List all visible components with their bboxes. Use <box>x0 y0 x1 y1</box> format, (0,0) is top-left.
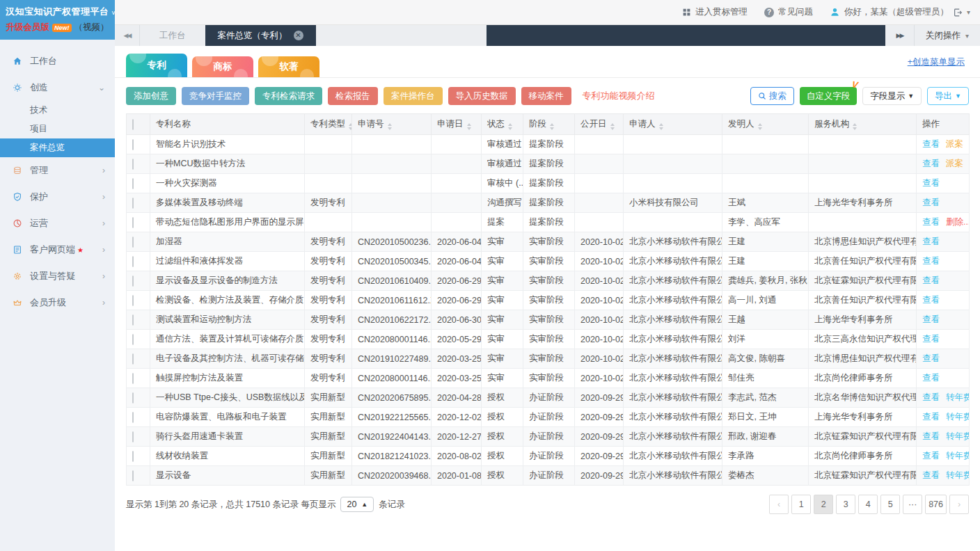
view-link[interactable]: 查看 <box>922 373 940 383</box>
sidebar-item-protect[interactable]: 保护 › <box>0 184 115 210</box>
sort-icon[interactable] <box>610 123 615 130</box>
view-link[interactable]: 查看 <box>922 392 940 402</box>
sidebar-item-workbench[interactable]: 工作台 <box>0 48 115 74</box>
view-link[interactable]: 查看 <box>922 431 940 441</box>
close-tab-icon[interactable]: ✕ <box>294 31 303 40</box>
row-checkbox[interactable] <box>132 431 134 442</box>
action-button[interactable]: 专利检索请求 <box>255 87 322 105</box>
sort-icon[interactable] <box>550 123 554 130</box>
caret-down-icon[interactable]: ▾ <box>967 8 970 16</box>
row-checkbox[interactable] <box>132 334 134 345</box>
fee-link[interactable]: 转年费 <box>946 392 970 402</box>
row-checkbox[interactable] <box>132 139 134 150</box>
page-button[interactable]: 1 <box>791 495 811 514</box>
sort-icon[interactable] <box>758 123 762 130</box>
video-link[interactable]: （视频） <box>74 22 109 33</box>
action-button[interactable]: 检索报告 <box>328 87 378 105</box>
select-all-checkbox[interactable] <box>132 119 134 130</box>
sort-icon[interactable] <box>467 123 471 130</box>
tab-patent[interactable]: 专利 <box>126 54 187 77</box>
view-link[interactable]: 查看 <box>922 237 940 246</box>
row-checkbox[interactable] <box>132 353 134 365</box>
sort-icon[interactable] <box>853 123 857 130</box>
row-checkbox[interactable] <box>132 178 134 189</box>
fee-link[interactable]: 转年费 <box>946 431 970 441</box>
search-button[interactable]: 搜索 <box>750 87 794 105</box>
create-menu-display-link[interactable]: +创造菜单显示 <box>908 56 965 68</box>
view-link[interactable]: 查看 <box>922 178 940 188</box>
column-header[interactable]: 专利类型 <box>305 114 352 135</box>
view-link[interactable]: 查看 <box>922 256 940 266</box>
page-button[interactable]: 876 <box>925 495 947 514</box>
action-button[interactable]: 案件操作台 <box>384 87 443 105</box>
view-link[interactable]: 查看 <box>922 159 940 168</box>
upgrade-member-link[interactable]: 升级会员版 <box>6 22 49 33</box>
prev-page-button[interactable]: ‹ <box>769 495 789 514</box>
custom-fields-button[interactable]: 自定义字段 V <box>800 87 858 105</box>
view-link[interactable]: 查看 <box>922 353 940 363</box>
next-page-button[interactable]: › <box>949 495 969 514</box>
view-link[interactable]: 查看 <box>922 198 940 207</box>
sort-icon[interactable] <box>508 123 512 130</box>
column-header[interactable]: 服务机构 <box>809 114 917 135</box>
view-link[interactable]: 查看 <box>922 470 940 480</box>
close-operations-dropdown[interactable]: 关闭操作 ▾ <box>915 25 980 46</box>
tab-workbench[interactable]: 工作台 <box>140 25 205 46</box>
row-checkbox[interactable] <box>132 159 134 170</box>
user-menu[interactable]: 你好，某某（超级管理员） ▾ <box>830 6 970 18</box>
row-checkbox[interactable] <box>132 295 134 306</box>
view-link[interactable]: 查看 <box>922 314 940 324</box>
row-checkbox[interactable] <box>132 451 134 462</box>
view-link[interactable]: 查看 <box>922 276 940 285</box>
sidebar-item-settings[interactable]: 设置与答疑 › <box>0 263 115 289</box>
action-button[interactable]: 移动案件 <box>521 87 571 105</box>
sidebar-item-manage[interactable]: 管理 › <box>0 157 115 184</box>
sidebar-item-client-web[interactable]: 客户网页端 ★ › <box>0 237 115 263</box>
page-ellipsis[interactable]: ··· <box>903 495 922 514</box>
column-header[interactable]: 阶段 <box>523 114 575 135</box>
assign-link[interactable]: 派案 <box>946 139 963 149</box>
assign-link[interactable]: 派案 <box>946 159 963 168</box>
sort-icon[interactable] <box>659 123 663 130</box>
row-checkbox[interactable] <box>132 276 134 287</box>
scroll-tabs-right-button[interactable]: ▶▶ <box>885 25 915 46</box>
sidebar-item-operations[interactable]: 运营 › <box>0 210 115 237</box>
tab-software[interactable]: 软著 <box>258 56 319 77</box>
page-button[interactable]: 4 <box>858 495 878 514</box>
fee-link[interactable]: 转年费 <box>946 412 970 422</box>
logout-icon[interactable] <box>953 8 963 17</box>
sidebar-item-create[interactable]: 创造 ⌄ <box>0 74 115 101</box>
row-checkbox[interactable] <box>132 470 134 481</box>
column-header[interactable]: 申请号 <box>352 114 432 135</box>
action-button[interactable]: 导入历史数据 <box>448 87 516 105</box>
tab-case-overview-patent[interactable]: 案件总览（专利） ✕ <box>205 25 316 46</box>
column-header[interactable]: 申请人 <box>624 114 722 135</box>
view-link[interactable]: 查看 <box>922 412 940 422</box>
sidebar-item-member-upgrade[interactable]: 会员升级 › <box>0 289 115 316</box>
action-button[interactable]: 添加创意 <box>126 87 176 105</box>
page-size-select[interactable]: 20 ▲ <box>340 497 374 512</box>
sidebar-item-project[interactable]: 项目 <box>0 120 115 138</box>
field-display-button[interactable]: 字段显示 ▼ <box>862 87 922 105</box>
row-checkbox[interactable] <box>132 314 134 326</box>
fee-link[interactable]: 转年费 <box>946 470 970 480</box>
tab-trademark[interactable]: 商标 <box>192 56 253 77</box>
view-link[interactable]: 查看 <box>922 217 940 227</box>
scroll-tabs-left-button[interactable]: ◀◀ <box>115 25 140 46</box>
sort-icon[interactable] <box>349 123 352 130</box>
row-checkbox[interactable] <box>132 256 134 267</box>
column-header[interactable]: 状态 <box>482 114 523 135</box>
page-button[interactable]: 2 <box>814 495 833 514</box>
row-checkbox[interactable] <box>132 373 134 384</box>
view-link[interactable]: 查看 <box>922 451 940 461</box>
view-link[interactable]: 查看 <box>922 334 940 344</box>
delete-link[interactable]: 删除... <box>946 217 970 227</box>
column-header[interactable]: 申请日 <box>432 114 482 135</box>
column-header[interactable]: 公开日 <box>575 114 624 135</box>
view-link[interactable]: 查看 <box>922 295 940 305</box>
column-header[interactable]: 发明人 <box>722 114 809 135</box>
export-button[interactable]: 导出 ▼ <box>927 87 969 105</box>
faq-link[interactable]: ? 常见问题 <box>764 6 813 18</box>
benchmark-manage-link[interactable]: 进入贯标管理 <box>682 6 748 18</box>
patent-video-intro-link[interactable]: 专利功能视频介绍 <box>583 90 655 102</box>
